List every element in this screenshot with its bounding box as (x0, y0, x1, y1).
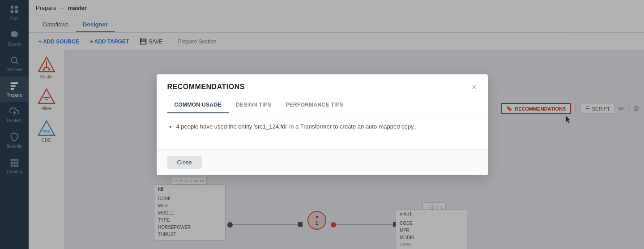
modal-tab-design-tips[interactable]: DESIGN TIPS (229, 97, 278, 113)
modal-tab-common-usage[interactable]: COMMON USAGE (167, 97, 229, 113)
modal-tab-performance-tips[interactable]: PERFORMANCE TIPS (278, 97, 350, 113)
modal-body: 4 people have used the entity 'src1_124.… (157, 113, 488, 149)
modal-title: RECOMMENDATIONS (167, 83, 245, 91)
modal-close-button[interactable]: × (472, 82, 477, 91)
modal-footer: Close (157, 149, 488, 175)
modal-close-btn[interactable]: Close (167, 156, 202, 169)
modal-tabs: COMMON USAGE DESIGN TIPS PERFORMANCE TIP… (157, 97, 488, 113)
modal-overlay: RECOMMENDATIONS × COMMON USAGE DESIGN TI… (0, 0, 644, 249)
modal-header: RECOMMENDATIONS × (157, 74, 488, 97)
common-usage-text: 4 people have used the entity 'src1_124.… (176, 122, 477, 132)
recommendations-modal: RECOMMENDATIONS × COMMON USAGE DESIGN TI… (157, 74, 488, 175)
